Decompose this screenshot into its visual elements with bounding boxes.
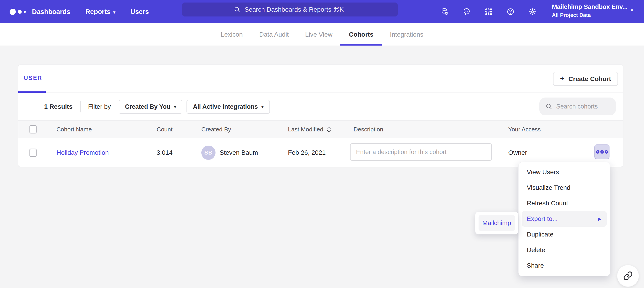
menu-item-export-to[interactable]: Export to... ▶ [522,211,607,227]
nav-users[interactable]: Users [130,8,149,16]
chevron-down-icon: ▾ [262,105,264,109]
ellipsis-dot [596,150,600,154]
cohorts-page: Dashboards Reports ▾ Users [0,0,644,288]
nav-dashboards-label: Dashboards [32,8,70,16]
column-last-modified-label: Last Modified [288,126,323,133]
top-bar-icons [440,0,536,23]
tab-lexicon[interactable]: Lexicon [221,23,243,46]
tab-live-view-label: Live View [305,31,332,38]
global-search-input[interactable] [244,6,346,13]
cohort-type-tabs: USER + Create Cohort [18,65,623,92]
tab-integrations-label: Integrations [390,31,423,38]
cohort-description-input[interactable] [350,143,492,161]
tab-user-cohorts[interactable]: USER [24,75,42,81]
last-modified-cell: Feb 26, 2021 [288,138,326,167]
mixpanel-logo-icon[interactable] [10,0,26,23]
tab-integrations[interactable]: Integrations [390,23,423,46]
column-your-access: Your Access [508,121,541,138]
select-all-cell [30,121,36,138]
column-count: Count [132,121,172,138]
menu-item-delete[interactable]: Delete [518,242,610,258]
top-navigation-bar: Dashboards Reports ▾ Users [0,0,644,23]
tab-data-audit[interactable]: Data Audit [259,23,289,46]
project-name: Mailchimp Sandbox Env... [552,4,628,11]
cohort-name-link[interactable]: Holiday Promotion [56,149,109,156]
export-submenu: Mailchimp [475,212,518,234]
results-count: 1 Results [44,103,73,110]
data-settings-icon[interactable] [440,8,449,16]
row-context-menu: View Users Visualize Trend Refresh Count… [518,162,610,276]
column-description: Description [354,121,383,138]
menu-item-export-to-label: Export to... [527,215,558,223]
active-tab-underline [340,44,382,46]
project-scope: All Project Data [552,12,628,18]
row-checkbox[interactable] [30,149,36,157]
menu-item-duplicate[interactable]: Duplicate [518,227,610,242]
cohorts-panel: USER + Create Cohort 1 Results Filter by… [18,65,623,167]
ellipsis-dot [600,150,604,154]
filter-integrations-value: All Active Integrations [193,103,258,110]
menu-item-share[interactable]: Share [518,258,610,273]
cohorts-toolbar: 1 Results Filter by Created By You ▾ All… [18,93,623,120]
ellipsis-dot [605,150,608,154]
menu-item-refresh-count[interactable]: Refresh Count [518,196,610,211]
sort-icon[interactable] [326,126,331,132]
cohort-count-cell: 3,014 [132,138,172,167]
created-by-cell: SB Steven Baum [201,138,258,167]
row-select-cell [30,138,36,167]
cohort-name-cell: Holiday Promotion [56,138,109,167]
created-by-name: Steven Baum [220,149,258,156]
row-more-actions-button[interactable] [594,145,610,159]
global-search-bar[interactable] [182,3,398,17]
search-icon [234,6,241,13]
data-management-subnav: Lexicon Data Audit Live View Cohorts Int… [0,23,644,46]
tab-live-view[interactable]: Live View [305,23,332,46]
filter-created-by-value: Created By You [125,103,170,110]
select-all-checkbox[interactable] [30,125,36,133]
toolbar-divider [80,101,81,112]
project-caret-icon[interactable]: ▾ [631,8,633,13]
settings-gear-icon[interactable] [528,8,536,16]
filter-created-by-dropdown[interactable]: Created By You ▾ [118,100,182,114]
column-last-modified[interactable]: Last Modified [288,121,331,138]
submenu-arrow-icon: ▶ [598,216,601,222]
tab-lexicon-label: Lexicon [221,31,243,38]
create-cohort-label: Create Cohort [568,75,611,83]
top-nav-links: Dashboards Reports ▾ Users [32,0,149,23]
tab-data-audit-label: Data Audit [259,31,289,38]
cohort-search-input[interactable] [556,103,609,110]
cohort-search-box[interactable] [539,97,616,115]
filter-integrations-dropdown[interactable]: All Active Integrations ▾ [186,100,270,114]
avatar: SB [201,146,216,160]
tab-cohorts[interactable]: Cohorts [349,23,374,46]
nav-reports[interactable]: Reports ▾ [86,8,116,16]
filter-by-label: Filter by [88,103,111,110]
link-icon [623,271,633,281]
search-icon [545,103,552,110]
help-icon[interactable] [506,8,515,16]
create-cohort-button[interactable]: + Create Cohort [553,72,618,86]
nav-dashboards[interactable]: Dashboards [32,8,70,16]
app-switcher-icon[interactable] [484,8,493,16]
nav-reports-label: Reports [86,8,110,16]
copy-link-fab[interactable] [617,265,639,287]
nav-users-label: Users [130,8,149,16]
subnav-tabs: Lexicon Data Audit Live View Cohorts Int… [0,23,644,46]
table-header: Cohort Name Count Created By Last Modifi… [18,120,623,138]
chevron-down-icon: ▾ [174,105,176,109]
user-tab-underline [18,91,46,93]
plus-icon: + [560,74,564,83]
chevron-down-icon: ▾ [113,10,116,15]
column-created-by: Created By [201,121,231,138]
submenu-item-mailchimp[interactable]: Mailchimp [478,215,515,231]
column-cohort-name: Cohort Name [56,121,92,138]
menu-item-visualize-trend[interactable]: Visualize Trend [518,180,610,196]
project-selector[interactable]: Mailchimp Sandbox Env... All Project Dat… [552,4,628,18]
feedback-icon[interactable] [462,8,471,16]
tab-cohorts-label: Cohorts [349,31,374,38]
menu-item-view-users[interactable]: View Users [518,164,610,180]
